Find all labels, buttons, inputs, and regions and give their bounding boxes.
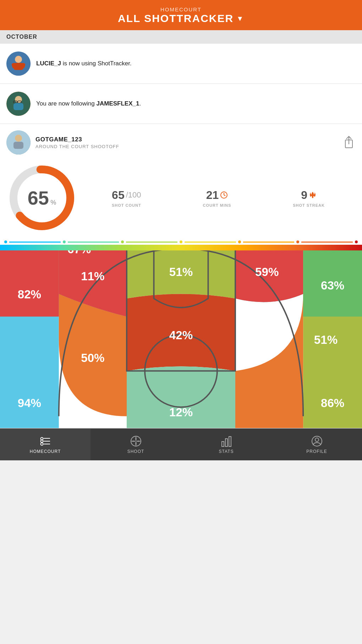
nav-shoot-label: SHOOT (127, 449, 144, 454)
header-title[interactable]: ALL SHOTTRACKER ▼ (4, 12, 358, 25)
nav-shoot[interactable]: SHOOT (90, 429, 181, 460)
dropdown-arrow-icon[interactable]: ▼ (236, 15, 244, 23)
gradient-bar (0, 245, 362, 250)
svg-text:94%: 94% (18, 396, 41, 410)
stats-row: 65 % 65 /100 SHOT COUNT 21 (0, 159, 362, 240)
svg-line-20 (224, 195, 225, 196)
color-indicator-row (0, 240, 362, 244)
indicator-darkorange (296, 240, 299, 243)
stats-icon (220, 435, 232, 447)
indicator-teal (63, 240, 66, 243)
indicator-yellow (180, 240, 182, 243)
month-label: OCTOBER (0, 30, 362, 44)
svg-text:11%: 11% (81, 270, 104, 283)
share-button[interactable] (342, 136, 356, 149)
indicator-cyan (4, 240, 7, 243)
indicator-green (121, 240, 124, 243)
nav-stats[interactable]: STATS (181, 429, 272, 460)
donut-value: 65 (28, 187, 49, 209)
shot-count-denom: /100 (126, 190, 141, 200)
donut-percent: % (50, 199, 56, 206)
svg-point-45 (40, 443, 43, 445)
nav-homecourt[interactable]: HOMECOURT (0, 429, 90, 460)
avatar-lucie[interactable] (6, 52, 31, 76)
feed-text-james: You are now following JAMESFLEX_1. (36, 99, 141, 108)
shot-count-label: SHOT COUNT (112, 203, 141, 207)
svg-text:67%: 67% (67, 250, 91, 256)
nav-homecourt-label: HOMECOURT (30, 449, 61, 454)
game-post-info: GOTGAME_123 AROUND THE COURT SHOOTOFF (35, 136, 119, 149)
game-post: GOTGAME_123 AROUND THE COURT SHOOTOFF 65 (0, 124, 362, 428)
stat-items: 65 /100 SHOT COUNT 21 (81, 189, 356, 207)
donut-chart: 65 % (6, 162, 77, 233)
indicator-red (355, 240, 358, 243)
stat-shot-count: 65 /100 SHOT COUNT (112, 189, 141, 207)
svg-rect-48 (225, 439, 227, 447)
game-post-header: GOTGAME_123 AROUND THE COURT SHOOTOFF (0, 124, 362, 159)
shoot-icon (130, 435, 142, 447)
game-post-user: GOTGAME_123 AROUND THE COURT SHOOTOFF (6, 130, 119, 155)
game-post-subtitle: AROUND THE COURT SHOOTOFF (35, 144, 119, 149)
stat-shot-streak: 9 SHOT STREAK (293, 189, 325, 207)
svg-text:51%: 51% (314, 333, 338, 346)
app-header: HOMECOURT ALL SHOTTRACKER ▼ (0, 0, 362, 30)
svg-rect-49 (229, 437, 231, 447)
bottom-nav: HOMECOURT SHOOT STATS (0, 428, 362, 460)
svg-text:82%: 82% (18, 288, 41, 301)
clock-icon (220, 191, 228, 199)
profile-icon (311, 435, 323, 447)
feed-item-james: You are now following JAMESFLEX_1. (0, 84, 362, 124)
svg-text:12%: 12% (169, 406, 193, 419)
svg-text:51%: 51% (169, 265, 193, 278)
svg-point-40 (40, 438, 43, 440)
svg-point-51 (315, 438, 319, 442)
svg-rect-13 (13, 142, 23, 149)
svg-rect-22 (0, 250, 59, 316)
svg-text:9%: 9% (272, 333, 289, 346)
homecourt-icon (39, 435, 51, 447)
game-post-username: GOTGAME_123 (35, 136, 119, 143)
shot-count-num: 65 (112, 189, 125, 202)
svg-text:86%: 86% (321, 396, 344, 410)
shot-streak-label: SHOT STREAK (293, 203, 325, 207)
feed-text-lucie: LUCIE_J is now using ShotTracker. (36, 59, 132, 68)
header-subtitle: HOMECOURT (4, 6, 358, 12)
nav-profile[interactable]: PROFILE (272, 429, 362, 460)
court-mins-num: 21 (206, 189, 219, 202)
feed-item-lucie: LUCIE_J is now using ShotTracker. (0, 44, 362, 84)
svg-text:63%: 63% (321, 279, 344, 292)
shot-streak-num: 9 (301, 189, 307, 202)
court-diagram: 94% 50% 11% 82% 67% 51% 42% 12% 59% 9% 8… (0, 250, 362, 428)
stat-court-mins: 21 COURT MINS (203, 189, 231, 207)
court-mins-label: COURT MINS (203, 203, 231, 207)
donut-center: 65 % (28, 188, 56, 207)
svg-text:42%: 42% (169, 329, 193, 342)
nav-stats-label: STATS (219, 449, 234, 454)
svg-point-6 (15, 96, 22, 103)
avatar-james[interactable] (6, 92, 31, 116)
svg-rect-47 (222, 442, 224, 447)
svg-text:50%: 50% (81, 351, 104, 364)
nav-profile-label: PROFILE (306, 449, 327, 454)
svg-point-12 (15, 135, 22, 142)
svg-rect-10 (13, 103, 23, 110)
avatar-gotgame[interactable] (6, 130, 31, 155)
svg-point-1 (15, 56, 22, 63)
svg-text:59%: 59% (255, 265, 279, 278)
indicator-orange (238, 240, 241, 243)
svg-point-44 (40, 440, 43, 443)
fire-icon (309, 191, 317, 199)
